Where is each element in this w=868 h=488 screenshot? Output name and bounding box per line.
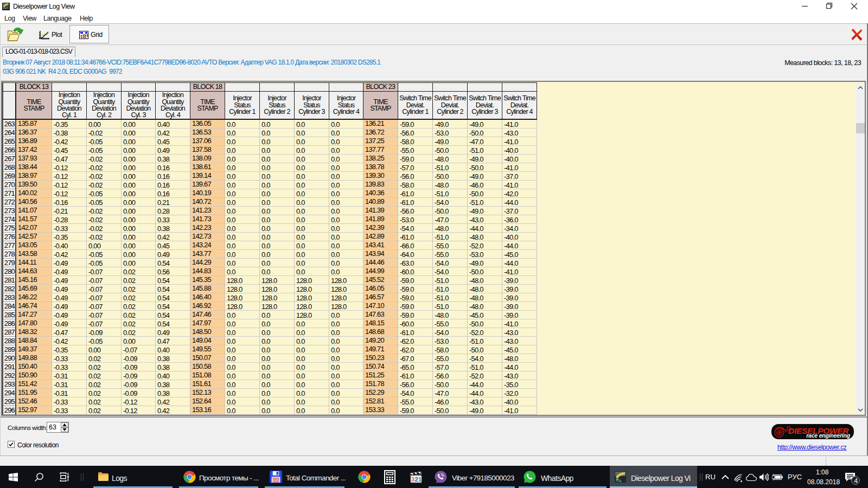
svg-text:1: 1 xyxy=(418,476,422,483)
svg-text:race engineering: race engineering xyxy=(806,432,851,439)
svg-text:3: 3 xyxy=(411,476,414,483)
svg-text:2: 2 xyxy=(415,476,418,483)
svg-text:4: 4 xyxy=(854,477,858,485)
